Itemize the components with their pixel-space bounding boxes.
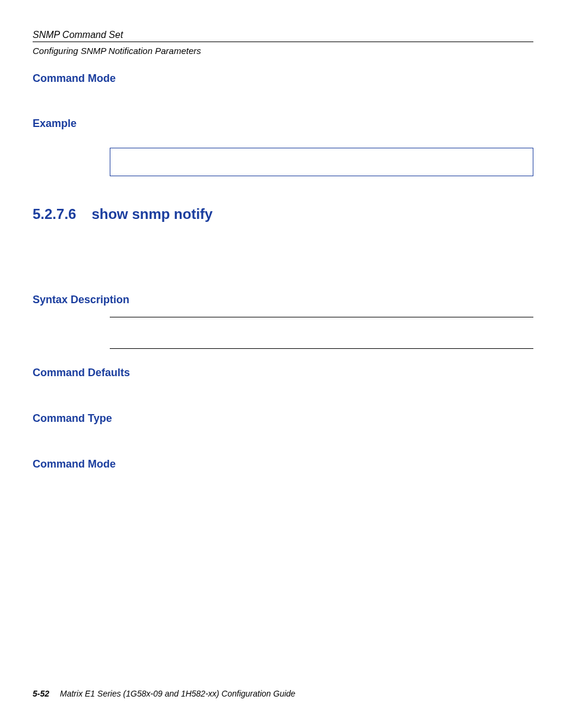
- heading-example: Example: [33, 117, 533, 130]
- heading-command-mode-top: Command Mode: [33, 72, 533, 85]
- footer-page-number: 5-52: [33, 689, 49, 698]
- heading-syntax-description: Syntax Description: [33, 294, 533, 306]
- page-footer: 5-52Matrix E1 Series (1G58x-09 and 1H582…: [33, 689, 295, 698]
- example-code-box: [110, 148, 533, 176]
- running-header-subtitle: Configuring SNMP Notification Parameters: [33, 46, 533, 56]
- heading-main-section: 5.2.7.6show snmp notify: [33, 206, 533, 222]
- header-rule: [33, 42, 533, 42]
- running-header-title: SNMP Command Set: [33, 30, 533, 40]
- heading-command-mode-bottom: Command Mode: [33, 458, 533, 471]
- syntax-rule-bottom: [110, 348, 533, 349]
- footer-book-title: Matrix E1 Series (1G58x-09 and 1H582-xx)…: [60, 689, 295, 698]
- section-number: 5.2.7.6: [33, 206, 76, 222]
- section-title: show snmp notify: [91, 206, 212, 222]
- syntax-rule-top: [110, 317, 533, 317]
- heading-command-defaults: Command Defaults: [33, 367, 533, 379]
- heading-command-type: Command Type: [33, 412, 533, 425]
